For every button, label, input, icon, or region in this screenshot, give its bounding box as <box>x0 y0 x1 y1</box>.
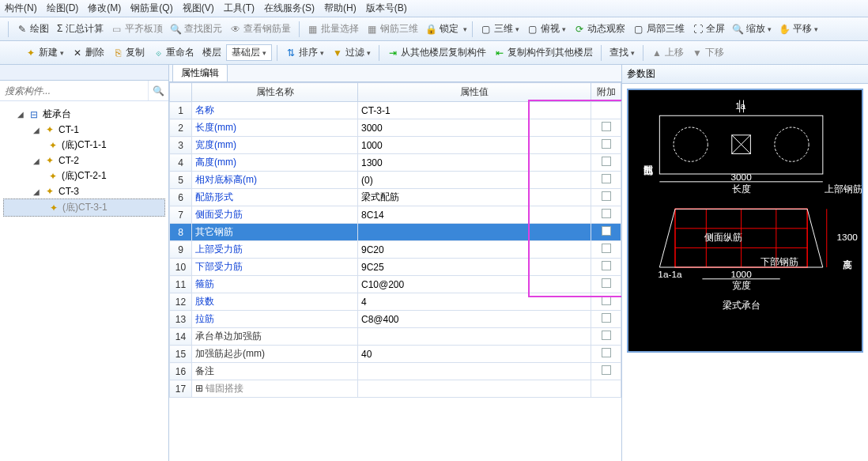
header-name[interactable]: 属性名称 <box>192 83 358 102</box>
table-row[interactable]: 10下部受力筋9C25 <box>170 259 621 276</box>
table-row[interactable]: 11箍筋C10@200 <box>170 276 621 293</box>
property-add[interactable] <box>591 241 621 259</box>
property-value[interactable] <box>358 380 591 398</box>
tree-ct1[interactable]: ◢ ✦ CT-1 <box>3 123 165 137</box>
find-button[interactable]: 查找▾ <box>606 44 638 61</box>
view-rebar-button[interactable]: 👁查看钢筋量 <box>227 21 294 37</box>
checkbox[interactable] <box>602 226 611 236</box>
property-add[interactable] <box>591 259 621 276</box>
property-grid[interactable]: 属性名称 属性值 附加 1名称CT-3-12长度(mm)30003宽度(mm)1… <box>169 82 621 398</box>
property-value[interactable]: 8C14 <box>358 206 591 224</box>
property-value[interactable]: 3000 <box>358 119 591 137</box>
tree-ct3-child[interactable]: ✦ (底)CT-3-1 <box>3 198 165 217</box>
checkbox[interactable] <box>602 191 611 201</box>
delete-button[interactable]: ✕删除 <box>69 44 108 61</box>
zoom-button[interactable]: 🔍缩放▾ <box>730 21 775 37</box>
new-button[interactable]: ✦新建▾ <box>22 44 67 61</box>
find-element-button[interactable]: 🔍查找图元 <box>168 21 225 37</box>
sort-button[interactable]: ⇅排序▾ <box>282 44 327 61</box>
align-slab-button[interactable]: ▭平齐板顶 <box>108 21 166 37</box>
menu-modify[interactable]: 修改(M) <box>88 2 121 15</box>
property-value[interactable]: (0) <box>358 172 591 189</box>
checkbox[interactable] <box>602 278 611 288</box>
table-row[interactable]: 7侧面受力筋8C14 <box>170 206 621 224</box>
table-row[interactable]: 13拉筋C8@400 <box>170 311 621 328</box>
property-add[interactable] <box>591 276 621 293</box>
property-name[interactable]: 加强筋起步(mm) <box>192 346 358 363</box>
property-name[interactable]: 相对底标高(m) <box>192 172 358 189</box>
tree-ct2-child[interactable]: ✦ (底)CT-2-1 <box>3 168 165 184</box>
checkbox[interactable] <box>602 331 611 340</box>
property-add[interactable] <box>591 224 621 241</box>
property-name[interactable]: 长度(mm) <box>192 119 358 137</box>
property-add[interactable] <box>591 363 621 380</box>
menu-help[interactable]: 帮助(H) <box>324 2 357 15</box>
collapse-icon[interactable]: ◢ <box>16 110 25 119</box>
property-add[interactable] <box>591 311 621 328</box>
property-value[interactable]: 40 <box>358 346 591 363</box>
local-3d-button[interactable]: ▢局部三维 <box>630 21 688 37</box>
orbit-button[interactable]: ⟳动态观察 <box>571 21 628 37</box>
sum-button[interactable]: Σ 汇总计算 <box>54 21 107 37</box>
property-add[interactable] <box>591 328 621 346</box>
table-row[interactable]: 3宽度(mm)1000 <box>170 137 621 154</box>
checkbox[interactable] <box>602 365 611 375</box>
copy-to-floor-button[interactable]: ⇤复制构件到其他楼层 <box>491 44 596 61</box>
menu-tools[interactable]: 工具(T) <box>224 2 255 15</box>
property-add[interactable] <box>591 137 621 154</box>
property-value[interactable]: 9C25 <box>358 259 591 276</box>
property-name[interactable]: 侧面受力筋 <box>192 206 358 224</box>
property-value[interactable]: CT-3-1 <box>358 102 591 119</box>
property-add[interactable] <box>591 346 621 363</box>
draw-button[interactable]: ✎绘图 <box>13 21 52 37</box>
search-button[interactable]: 🔍 <box>148 81 168 100</box>
move-up-button[interactable]: ▲上移 <box>648 44 687 61</box>
property-add[interactable] <box>591 119 621 137</box>
search-input[interactable] <box>0 81 148 100</box>
copy-button[interactable]: ⎘复制 <box>109 44 148 61</box>
property-add[interactable] <box>591 154 621 172</box>
table-row[interactable]: 2长度(mm)3000 <box>170 119 621 137</box>
property-value[interactable] <box>358 363 591 380</box>
menu-rebar[interactable]: 钢筋量(Q) <box>130 2 172 15</box>
lock-button[interactable]: 🔒锁定 <box>423 21 462 37</box>
pan-button[interactable]: ✋平移▾ <box>776 21 821 37</box>
menu-version[interactable]: 版本号(B) <box>366 2 407 15</box>
menu-component[interactable]: 构件(N) <box>5 2 37 15</box>
property-value[interactable]: 梁式配筋 <box>358 189 591 206</box>
expand-icon[interactable]: ⊞ <box>195 383 206 394</box>
table-row[interactable]: 12肢数4 <box>170 293 621 311</box>
menu-draw[interactable]: 绘图(D) <box>47 2 79 15</box>
filter-button[interactable]: ▼过滤▾ <box>329 44 374 61</box>
table-row[interactable]: 4高度(mm)1300 <box>170 154 621 172</box>
tab-property-edit[interactable]: 属性编辑 <box>172 64 228 81</box>
checkbox[interactable] <box>602 296 611 305</box>
table-row[interactable]: 14承台单边加强筋 <box>170 328 621 346</box>
property-add[interactable] <box>591 189 621 206</box>
property-add[interactable] <box>591 380 621 398</box>
menu-online[interactable]: 在线服务(S) <box>264 2 315 15</box>
view-3d-button[interactable]: ▢三维▾ <box>477 21 523 37</box>
checkbox[interactable] <box>602 261 611 270</box>
tree-root[interactable]: ◢ ⊟ 桩承台 <box>3 106 165 123</box>
checkbox[interactable] <box>602 139 611 149</box>
checkbox[interactable] <box>602 174 611 183</box>
collapse-icon[interactable]: ◢ <box>32 125 41 134</box>
checkbox[interactable] <box>602 348 611 357</box>
checkbox[interactable] <box>602 244 611 253</box>
property-add[interactable] <box>591 172 621 189</box>
table-row[interactable]: 8其它钢筋 <box>170 224 621 241</box>
property-name[interactable]: 其它钢筋 <box>192 224 358 241</box>
property-name[interactable]: 下部受力筋 <box>192 259 358 276</box>
checkbox[interactable] <box>602 209 611 218</box>
table-row[interactable]: 5相对底标高(m)(0) <box>170 172 621 189</box>
copy-from-floor-button[interactable]: ⇥从其他楼层复制构件 <box>384 44 489 61</box>
header-add[interactable]: 附加 <box>591 83 621 102</box>
header-value[interactable]: 属性值 <box>358 83 591 102</box>
table-row[interactable]: 6配筋形式梁式配筋 <box>170 189 621 206</box>
property-value[interactable]: 1000 <box>358 137 591 154</box>
property-name[interactable]: 承台单边加强筋 <box>192 328 358 346</box>
property-name[interactable]: 箍筋 <box>192 276 358 293</box>
table-row[interactable]: 1名称CT-3-1 <box>170 102 621 119</box>
property-value[interactable]: C8@400 <box>358 311 591 328</box>
